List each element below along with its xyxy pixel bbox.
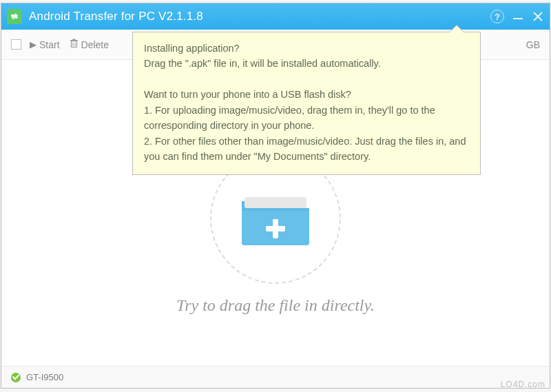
delete-button[interactable]: Delete (70, 39, 109, 50)
select-all-checkbox[interactable] (11, 39, 21, 50)
delete-label: Delete (81, 39, 109, 50)
minimize-button[interactable] (512, 11, 523, 22)
tooltip-line: Drag the ".apk" file in, it will be inst… (144, 56, 469, 71)
drop-zone[interactable]: Try to drag the file in directly. (176, 153, 375, 315)
play-icon: ▶ (30, 39, 37, 50)
drop-text: Try to drag the file in directly. (176, 296, 375, 315)
tooltip-line: Installing application? (144, 41, 469, 56)
svg-rect-7 (245, 197, 306, 208)
tooltip-line: Want to turn your phone into a USB flash… (144, 87, 469, 102)
titlebar: Android Transfer for PC V2.1.1.8 ? (1, 3, 550, 30)
close-button[interactable] (532, 10, 544, 23)
tooltip-line: 1. For uploading image/music/video, drag… (144, 103, 469, 134)
svg-rect-4 (72, 39, 75, 41)
app-title: Android Transfer for PC V2.1.1.8 (29, 10, 490, 23)
free-space-readout: GB (526, 39, 540, 50)
trash-icon (70, 39, 79, 50)
help-button[interactable]: ? (490, 10, 504, 23)
svg-rect-9 (266, 226, 285, 231)
help-tooltip: Installing application? Drag the ".apk" … (132, 32, 481, 175)
app-window: Android Transfer for PC V2.1.1.8 ? ▶ Sta… (1, 3, 550, 389)
tooltip-line: 2. For other files other than image/musi… (144, 134, 469, 165)
svg-rect-2 (71, 41, 76, 48)
titlebar-controls: ? (490, 10, 544, 23)
start-label: Start (39, 39, 60, 50)
svg-rect-3 (70, 40, 78, 41)
app-icon (7, 9, 22, 24)
watermark: LO4D.com (501, 380, 545, 389)
statusbar: GT-I9500 (1, 366, 550, 388)
folder-plus-icon (238, 187, 313, 249)
status-connected-icon (11, 373, 21, 382)
device-name: GT-I9500 (26, 372, 63, 382)
start-button[interactable]: ▶ Start (30, 39, 60, 50)
